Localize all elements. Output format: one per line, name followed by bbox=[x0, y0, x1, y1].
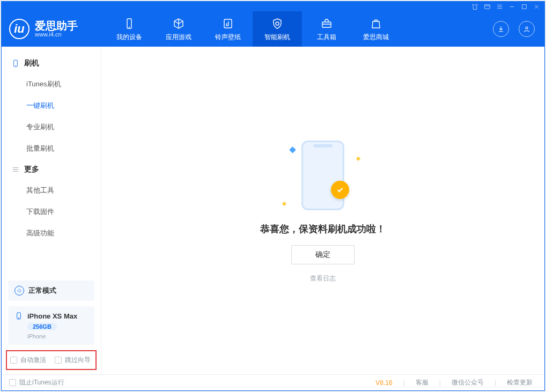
sidebar-item-download-firmware[interactable]: 下载固件 bbox=[2, 201, 101, 223]
success-message: 恭喜您，保资料刷机成功啦！ bbox=[260, 223, 386, 235]
nav-toolbox[interactable]: 工具箱 bbox=[302, 11, 351, 47]
header: iu 爱思助手 www.i4.cn 我的设备 应用游戏 铃声壁纸 智能刷机 bbox=[2, 11, 544, 47]
nav-apps-games[interactable]: 应用游戏 bbox=[154, 11, 203, 47]
music-note-icon bbox=[222, 17, 234, 31]
svg-rect-1 bbox=[522, 4, 527, 9]
brand-title: 爱思助手 bbox=[35, 20, 78, 32]
maximize-icon[interactable] bbox=[521, 3, 528, 10]
device-capacity-badge: 256GB bbox=[27, 323, 57, 330]
sidebar-section-flash: 刷机 bbox=[2, 53, 101, 73]
section-title: 更多 bbox=[24, 165, 39, 174]
header-actions bbox=[493, 11, 535, 47]
main-content: 恭喜您，保资料刷机成功啦！ 确定 查看日志 bbox=[101, 47, 544, 374]
shirt-icon[interactable] bbox=[471, 3, 478, 10]
checkmark-badge-icon bbox=[331, 181, 349, 199]
titlebar bbox=[2, 2, 544, 11]
nav-ringtones-wallpapers[interactable]: 铃声壁纸 bbox=[203, 11, 253, 47]
power-icon bbox=[14, 286, 24, 295]
checkbox-label: 自动激活 bbox=[20, 356, 46, 365]
checkbox-box-icon bbox=[9, 379, 16, 386]
nav-label: 智能刷机 bbox=[264, 33, 290, 42]
downloads-button[interactable] bbox=[493, 21, 509, 37]
nav-label: 工具箱 bbox=[317, 33, 336, 42]
sidebar-item-oneclick-flash[interactable]: 一键刷机 bbox=[2, 95, 101, 116]
list-icon bbox=[11, 165, 20, 174]
options-highlight-box: 自动激活 跳过向导 bbox=[6, 350, 97, 370]
menu-icon[interactable] bbox=[496, 3, 503, 10]
minimize-icon[interactable] bbox=[508, 3, 515, 10]
success-illustration bbox=[277, 138, 368, 213]
nav-store[interactable]: 爱思商城 bbox=[351, 11, 401, 47]
svg-rect-0 bbox=[485, 4, 490, 9]
feedback-icon[interactable] bbox=[484, 3, 491, 10]
sidebar-item-other-tools[interactable]: 其他工具 bbox=[2, 180, 101, 201]
body: 刷机 iTunes刷机 一键刷机 专业刷机 批量刷机 更多 其他工具 下载固件 … bbox=[2, 47, 544, 374]
mode-card[interactable]: 正常模式 bbox=[8, 280, 94, 301]
svg-point-8 bbox=[18, 317, 19, 318]
svg-rect-6 bbox=[14, 60, 18, 66]
nav-label: 铃声壁纸 bbox=[215, 33, 241, 42]
section-title: 刷机 bbox=[24, 58, 39, 68]
sidebar-item-advanced[interactable]: 高级功能 bbox=[2, 223, 101, 244]
brand: iu 爱思助手 www.i4.cn bbox=[9, 11, 105, 47]
checkbox-label: 阻止iTunes运行 bbox=[19, 378, 64, 387]
sidebar-item-batch-flash[interactable]: 批量刷机 bbox=[2, 138, 101, 159]
footer-link-update[interactable]: 检查更新 bbox=[503, 378, 537, 387]
store-bag-icon bbox=[370, 17, 382, 31]
phone-outline-icon bbox=[11, 59, 20, 68]
nav-smart-flash[interactable]: 智能刷机 bbox=[253, 11, 302, 47]
confirm-button[interactable]: 确定 bbox=[291, 245, 355, 264]
device-icon bbox=[123, 17, 136, 31]
checkbox-box-icon bbox=[10, 357, 17, 364]
view-log-link[interactable]: 查看日志 bbox=[310, 274, 336, 283]
version-label: V8.16 bbox=[375, 379, 392, 387]
checkbox-box-icon bbox=[55, 357, 62, 364]
nav: 我的设备 应用游戏 铃声壁纸 智能刷机 工具箱 爱思商城 bbox=[105, 11, 401, 47]
device-card[interactable]: iPhone XS Max 256GB iPhone bbox=[8, 306, 94, 345]
checkbox-block-itunes[interactable]: 阻止iTunes运行 bbox=[9, 378, 64, 387]
device-name: iPhone XS Max bbox=[27, 312, 77, 320]
svg-rect-4 bbox=[322, 22, 331, 27]
phone-icon bbox=[14, 312, 23, 320]
sidebar: 刷机 iTunes刷机 一键刷机 专业刷机 批量刷机 更多 其他工具 下载固件 … bbox=[2, 47, 101, 374]
sidebar-item-itunes-flash[interactable]: iTunes刷机 bbox=[2, 73, 101, 95]
footer-link-wechat[interactable]: 微信公众号 bbox=[447, 378, 488, 387]
mode-label: 正常模式 bbox=[28, 286, 56, 295]
phone-graphic-icon bbox=[301, 140, 344, 210]
brand-subtitle: www.i4.cn bbox=[35, 32, 78, 38]
footer: 阻止iTunes运行 V8.16 | 客服 | 微信公众号 | 检查更新 bbox=[2, 374, 544, 390]
svg-point-5 bbox=[526, 27, 528, 29]
nav-label: 爱思商城 bbox=[363, 33, 389, 42]
brand-logo-icon: iu bbox=[9, 19, 29, 39]
shield-refresh-icon bbox=[271, 17, 284, 31]
toolbox-icon bbox=[320, 17, 333, 31]
device-type: iPhone bbox=[27, 333, 88, 339]
sidebar-item-pro-flash[interactable]: 专业刷机 bbox=[2, 116, 101, 138]
app-window: iu 爱思助手 www.i4.cn 我的设备 应用游戏 铃声壁纸 智能刷机 bbox=[1, 1, 545, 391]
checkbox-label: 跳过向导 bbox=[65, 356, 91, 365]
sidebar-section-more: 更多 bbox=[2, 159, 101, 180]
nav-label: 应用游戏 bbox=[166, 33, 191, 42]
checkbox-auto-activate[interactable]: 自动激活 bbox=[10, 356, 46, 365]
footer-link-support[interactable]: 客服 bbox=[411, 378, 433, 387]
account-button[interactable] bbox=[519, 21, 535, 37]
nav-my-device[interactable]: 我的设备 bbox=[105, 11, 154, 47]
cube-icon bbox=[172, 17, 185, 31]
close-icon[interactable] bbox=[533, 3, 540, 10]
checkbox-skip-guide[interactable]: 跳过向导 bbox=[55, 356, 91, 365]
nav-label: 我的设备 bbox=[116, 33, 142, 42]
svg-rect-3 bbox=[224, 19, 232, 28]
